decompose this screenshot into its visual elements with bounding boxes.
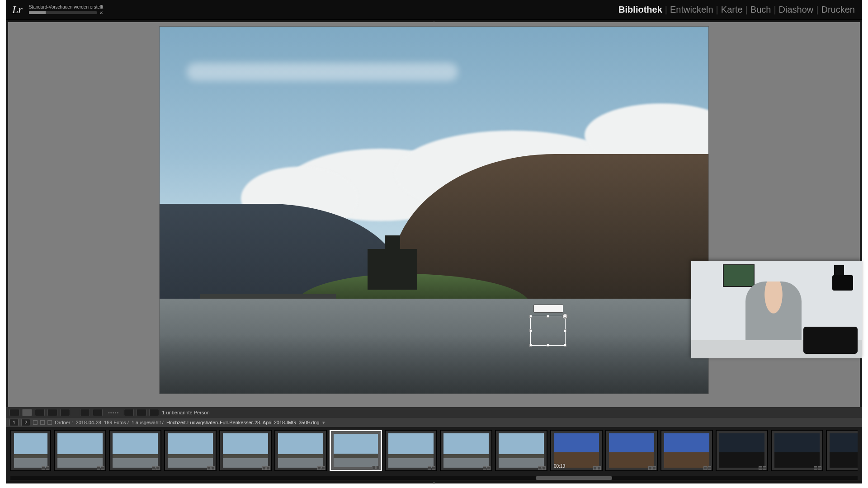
filmstrip-thumb[interactable] — [54, 430, 106, 471]
grid-view-button[interactable] — [9, 409, 19, 416]
module-karte[interactable]: Karte — [718, 5, 745, 15]
filmstrip-thumb[interactable] — [385, 430, 437, 471]
filmstrip-thumb[interactable] — [660, 430, 713, 471]
star-3[interactable]: • — [113, 410, 114, 415]
back-button[interactable] — [40, 420, 45, 425]
loupe-image[interactable] — [160, 27, 708, 394]
face-region-selection[interactable] — [530, 316, 566, 346]
filmstrip-thumb[interactable] — [495, 430, 547, 471]
flag-pick-button[interactable] — [80, 409, 90, 416]
loupe-area — [6, 22, 862, 407]
lightroom-window: Lr Standard-Vorschauen werden erstellt ✕… — [6, 0, 862, 483]
source-dropdown-icon[interactable]: ▾ — [322, 420, 325, 426]
face-name-input[interactable] — [533, 305, 563, 313]
loupe-toolbar: ••••• 1 unbenannte Person — [6, 407, 862, 418]
star-4[interactable]: • — [115, 410, 117, 415]
left-panel-collapse-handle[interactable] — [6, 22, 8, 407]
filmstrip-thumb[interactable] — [109, 430, 161, 471]
module-diashow[interactable]: Diashow — [776, 5, 816, 15]
bottom-panel-collapse-handle[interactable]: ▼ — [6, 481, 862, 483]
loupe-view-button[interactable] — [22, 409, 32, 416]
progress-label: Standard-Vorschauen werden erstellt — [29, 5, 104, 9]
grid-mini-button[interactable] — [33, 420, 38, 425]
filmstrip-thumb[interactable] — [274, 430, 327, 471]
person-count-label: 1 unbenannte Person — [162, 410, 209, 415]
module-buch[interactable]: Buch — [748, 5, 774, 15]
forward-button[interactable] — [47, 420, 52, 425]
star-1[interactable]: • — [108, 410, 110, 415]
module-drucken[interactable]: Drucken — [819, 5, 858, 15]
selection-count-label: 1 ausgewählt / — [132, 420, 164, 425]
filmstrip-thumb[interactable] — [605, 430, 658, 471]
current-filename: Hochzeit-Ludwigshafen-Full-Benkesser-28.… — [166, 420, 320, 425]
filmstrip-thumb[interactable] — [219, 430, 272, 471]
draw-face-region-button[interactable] — [149, 409, 159, 416]
progress-indicator: Standard-Vorschauen werden erstellt ✕ — [29, 5, 104, 15]
star-2[interactable]: • — [110, 410, 112, 415]
flag-reject-button[interactable] — [93, 409, 103, 416]
rotate-ccw-button[interactable] — [124, 409, 134, 416]
compare-view-button[interactable] — [35, 409, 45, 416]
filmstrip-thumb[interactable]: 00:19 — [550, 430, 603, 471]
top-bar: Lr Standard-Vorschauen werden erstellt ✕… — [6, 0, 862, 20]
folder-label: Ordner : — [55, 420, 73, 425]
filmstrip-thumb[interactable] — [716, 430, 768, 471]
filmstrip-scrollbar-handle[interactable] — [536, 476, 612, 480]
photo-count-label: 169 Fotos / — [104, 420, 129, 425]
close-icon[interactable]: ✕ — [99, 10, 103, 15]
webcam-overlay — [691, 261, 862, 358]
module-switcher: Bibliothek|Entwickeln|Karte|Buch|Diashow… — [616, 0, 858, 19]
filmstrip-thumb[interactable] — [826, 430, 858, 471]
survey-view-button[interactable] — [47, 409, 57, 416]
folder-date[interactable]: 2018-04-28 — [76, 420, 101, 425]
filmstrip-thumb[interactable] — [771, 430, 823, 471]
app-logo: Lr — [9, 4, 25, 16]
rotate-cw-button[interactable] — [137, 409, 146, 416]
primary-display-toggle[interactable]: 1 — [9, 419, 19, 426]
filmstrip-scrollbar[interactable] — [10, 476, 858, 480]
secondary-display-toggle[interactable]: 2 — [21, 419, 30, 426]
rating-stars[interactable]: ••••• — [108, 410, 118, 415]
progress-bar — [29, 11, 97, 14]
filmstrip-info-bar: 1 2 Ordner : 2018-04-28 169 Fotos / 1 au… — [6, 418, 862, 427]
filmstrip-thumb[interactable] — [330, 430, 382, 471]
filmstrip-thumb[interactable] — [10, 430, 51, 471]
filmstrip-thumb[interactable] — [440, 430, 492, 471]
people-view-button[interactable] — [60, 409, 70, 416]
video-duration: 00:19 — [554, 464, 565, 469]
filmstrip: 00:19 — [6, 427, 862, 481]
filmstrip-thumb[interactable] — [164, 430, 217, 471]
star-5[interactable]: • — [117, 410, 118, 415]
module-bibliothek[interactable]: Bibliothek — [616, 5, 665, 15]
module-entwickeln[interactable]: Entwickeln — [667, 5, 716, 15]
